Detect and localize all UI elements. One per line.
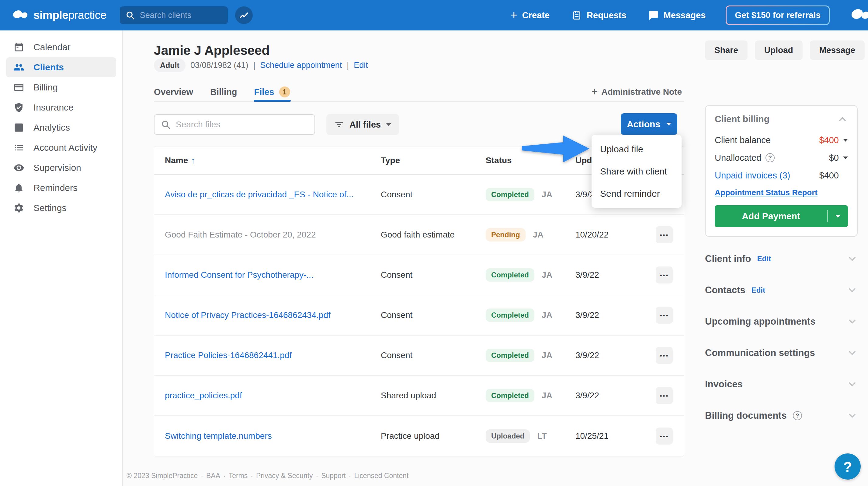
file-filter-button[interactable]: All files — [326, 114, 399, 135]
table-row: Notice of Privacy Practices-1646862434.p… — [154, 295, 684, 336]
footer-separator: · — [251, 472, 253, 480]
sidebar-item-label: Settings — [33, 203, 66, 213]
topbar-right-cluster: + Create Requests Messages Get $150 for … — [509, 5, 868, 25]
section-label: Contacts — [705, 285, 745, 296]
sidebar-item-label: Insurance — [33, 102, 73, 113]
referral-button[interactable]: Get $150 for referrals — [726, 5, 830, 25]
menu-item-send-reminder[interactable]: Send reminder — [592, 182, 682, 205]
sidebar-item-analytics[interactable]: Analytics — [6, 118, 116, 138]
column-header-type[interactable]: Type — [381, 155, 486, 165]
file-name-link[interactable]: Notice of Privacy Practices-1646862434.p… — [154, 310, 381, 320]
edit-contacts-link[interactable]: Edit — [751, 286, 765, 294]
chevron-down-icon[interactable] — [847, 316, 858, 327]
sidebar-item-account-activity[interactable]: Account Activity — [6, 138, 116, 158]
file-type: Consent — [381, 190, 486, 199]
row-actions-button[interactable]: ●●● — [656, 347, 673, 364]
search-files-input[interactable] — [175, 119, 308, 130]
tab-billing[interactable]: Billing — [210, 83, 237, 101]
add-payment-button[interactable]: Add Payment — [715, 205, 848, 227]
section-label: Billing documents — [705, 410, 787, 421]
file-name-link[interactable]: Informed Consent for Psychotherapy-... — [154, 270, 381, 280]
file-name-text[interactable]: Good Faith Estimate - October 20, 2022 — [154, 230, 381, 240]
file-name-link[interactable]: Practice Policies-1646862441.pdf — [154, 350, 381, 360]
footer-item-terms[interactable]: Terms — [229, 472, 248, 480]
add-payment-dropdown-toggle[interactable] — [828, 215, 848, 218]
chevron-down-icon[interactable] — [843, 156, 848, 159]
section-upcoming-appointments[interactable]: Upcoming appointments — [705, 306, 858, 337]
section-communication-settings[interactable]: Communication settings — [705, 337, 858, 368]
menu-item-share-with-client[interactable]: Share with client — [592, 160, 682, 182]
section-billing-documents[interactable]: Billing documents? — [705, 400, 858, 431]
file-status-cell: PendingJA — [486, 228, 576, 241]
sidebar-item-calendar[interactable]: Calendar — [6, 37, 116, 57]
search-icon — [161, 119, 171, 130]
footer-item-baa[interactable]: BAA — [206, 472, 220, 480]
section-invoices[interactable]: Invoices — [705, 368, 858, 400]
billing-label-text: Client balance — [715, 135, 771, 145]
section-contacts[interactable]: ContactsEdit — [705, 274, 858, 306]
footer-item-privacy-security[interactable]: Privacy & Security — [256, 472, 313, 480]
section-label: Upcoming appointments — [705, 316, 815, 327]
sidebar-item-settings[interactable]: Settings — [6, 198, 116, 218]
row-actions-cell: ●●● — [645, 428, 684, 445]
file-name-link[interactable]: Aviso de pr_cticas de privacidad _ES - N… — [154, 190, 381, 199]
message-button[interactable]: Message — [810, 40, 865, 60]
help-button[interactable]: ? — [835, 453, 861, 480]
file-name-link[interactable]: Switching template.numbers — [154, 431, 381, 441]
footer-item-licensed-content[interactable]: Licensed Content — [354, 472, 408, 480]
chevron-down-icon[interactable] — [847, 285, 858, 296]
simplepractice-logo[interactable]: simplepractice — [11, 8, 106, 22]
row-actions-button[interactable]: ●●● — [656, 226, 673, 243]
owner-initials: JA — [542, 351, 553, 360]
footer-item-support[interactable]: Support — [321, 472, 346, 480]
chevron-down-icon[interactable] — [847, 410, 858, 421]
row-actions-button[interactable]: ●●● — [656, 428, 673, 445]
status-badge: Pending — [486, 228, 526, 241]
sidebar-item-billing[interactable]: Billing — [6, 77, 116, 97]
unpaid-invoices-link[interactable]: Unpaid invoices (3) — [715, 171, 790, 180]
column-header-name[interactable]: Name↑ — [154, 155, 381, 165]
file-type: Consent — [381, 350, 486, 360]
butterfly-avatar-icon[interactable] — [848, 6, 868, 24]
messages-button[interactable]: Messages — [647, 10, 708, 21]
menu-item-upload-file[interactable]: Upload file — [592, 138, 682, 160]
create-button[interactable]: + Create — [509, 10, 551, 21]
row-actions-button[interactable]: ●●● — [656, 387, 673, 404]
sidebar-item-supervision[interactable]: Supervision — [6, 158, 116, 178]
sidebar-item-reminders[interactable]: Reminders — [6, 178, 116, 198]
search-clients-input[interactable] — [139, 10, 248, 20]
sidebar-item-clients[interactable]: Clients — [6, 57, 116, 77]
collapse-panel-button[interactable] — [837, 114, 848, 124]
help-circle-icon[interactable]: ? — [766, 153, 775, 162]
chevron-down-icon[interactable] — [847, 347, 858, 359]
edit-client-link[interactable]: Edit — [354, 61, 368, 70]
file-status-cell: CompletedJA — [486, 389, 576, 402]
file-status-cell: CompletedJA — [486, 309, 576, 322]
client-search-box[interactable] — [120, 6, 228, 24]
actions-button[interactable]: Actions — [621, 113, 677, 135]
appointment-status-report-link[interactable]: Appointment Status Report — [715, 188, 817, 197]
tab-overview[interactable]: Overview — [154, 83, 193, 101]
share-button[interactable]: Share — [705, 40, 748, 60]
billing-row-client-balance: Client balance$400 — [715, 131, 848, 149]
row-actions-button[interactable]: ●●● — [656, 266, 673, 284]
row-actions-button[interactable]: ●●● — [656, 307, 673, 324]
chevron-down-icon[interactable] — [843, 139, 848, 142]
analytics-shortcut-button[interactable] — [235, 6, 253, 24]
help-circle-icon[interactable]: ? — [793, 411, 802, 420]
schedule-appointment-link[interactable]: Schedule appointment — [260, 61, 342, 70]
edit-client-info-link[interactable]: Edit — [757, 255, 771, 263]
section-client-info[interactable]: Client infoEdit — [705, 243, 858, 274]
requests-button[interactable]: Requests — [570, 10, 628, 21]
section-label: Invoices — [705, 379, 743, 390]
sidebar-item-insurance[interactable]: Insurance — [6, 97, 116, 118]
chevron-down-icon[interactable] — [847, 253, 858, 264]
files-search-box[interactable] — [154, 114, 315, 135]
chevron-down-icon[interactable] — [847, 379, 858, 390]
upload-button[interactable]: Upload — [755, 40, 803, 60]
billing-row-label: Unallocated? — [715, 153, 775, 163]
actions-label: Actions — [627, 119, 660, 130]
file-name-link[interactable]: practice_policies.pdf — [154, 391, 381, 400]
tab-files[interactable]: Files1 — [254, 83, 290, 101]
owner-initials: JA — [542, 270, 553, 280]
